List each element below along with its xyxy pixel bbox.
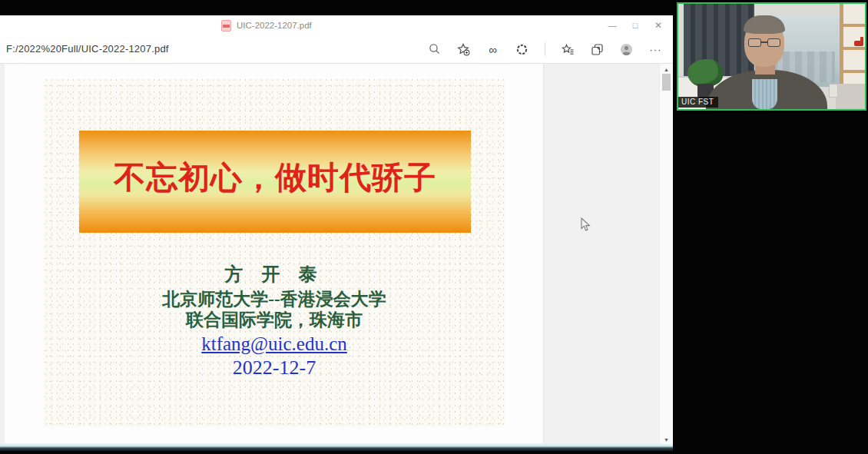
- speaker-hair: [744, 15, 785, 34]
- date-text: 2022-12-7: [44, 356, 505, 379]
- scrollbar-thumb[interactable]: [662, 74, 671, 91]
- tab-title: UIC-2022-1207.pdf: [237, 21, 312, 30]
- browser-toolbar: ∞ ···: [428, 35, 662, 63]
- red-toy-horse-head: [860, 37, 863, 42]
- speaker-glasses: [747, 38, 781, 47]
- speaker-shirt: [752, 79, 777, 109]
- screen: UIC-2022-1207.pdf — □ ✕ F:/2022%20Full/U…: [0, 0, 868, 454]
- slide-title: 不忘初心，做时代骄子: [114, 157, 436, 199]
- slide-title-banner: 不忘初心，做时代骄子: [79, 131, 471, 233]
- extension-infinity-icon[interactable]: ∞: [486, 43, 499, 56]
- shelf-bar: [843, 47, 866, 50]
- scroll-down-icon[interactable]: ▼: [660, 437, 673, 442]
- pdf-viewer: 不忘初心，做时代骄子 方 开 泰 北京师范大学--香港浸会大学 联合国际学院，珠…: [0, 64, 673, 446]
- pdf-file-icon: [221, 20, 231, 31]
- settings-more-icon[interactable]: ···: [649, 43, 662, 56]
- email-link[interactable]: ktfang@uic.edu.cn: [201, 333, 347, 354]
- minimize-button[interactable]: —: [601, 15, 624, 35]
- glasses-bridge: [761, 41, 767, 43]
- affiliation-line-2: 联合国际学院，珠海市: [44, 310, 505, 330]
- email-line: ktfang@uic.edu.cn: [44, 333, 505, 355]
- webcam-bookshelf: [840, 4, 865, 84]
- webcam-floor: [836, 84, 865, 109]
- close-button[interactable]: ✕: [647, 15, 670, 35]
- screen-share-border: [0, 444, 673, 451]
- shelf-bar: [843, 70, 866, 73]
- slide-author-block: 方 开 泰 北京师范大学--香港浸会大学 联合国际学院，珠海市 ktfang@u…: [44, 262, 505, 379]
- affiliation-line-1: 北京师范大学--香港浸会大学: [44, 289, 505, 310]
- author-name: 方 开 泰: [44, 262, 505, 287]
- collections-icon[interactable]: [591, 43, 604, 56]
- shelf-bar: [843, 24, 866, 27]
- address-bar: F:/2022%20Full/UIC-2022-1207.pdf ∞: [0, 35, 673, 64]
- glasses-lens: [748, 38, 761, 47]
- pdf-page: 不忘初心，做时代骄子 方 开 泰 北京师范大学--香港浸会大学 联合国际学院，珠…: [5, 64, 544, 443]
- add-favorite-star-icon[interactable]: [457, 43, 470, 56]
- webcam-wall-panel: [829, 84, 838, 98]
- tab-pdf[interactable]: UIC-2022-1207.pdf: [221, 17, 312, 34]
- maximize-button[interactable]: □: [624, 15, 647, 35]
- glasses-lens: [767, 38, 780, 47]
- scroll-up-icon[interactable]: ▲: [660, 67, 673, 72]
- address-input[interactable]: F:/2022%20Full/UIC-2022-1207.pdf: [6, 35, 169, 63]
- participant-name-badge: UIC FST: [678, 97, 718, 108]
- webcam-plant: [687, 59, 723, 87]
- favorites-hub-icon[interactable]: [562, 43, 575, 56]
- extension-splat-icon[interactable]: [515, 43, 528, 56]
- window-controls: — □ ✕: [601, 15, 670, 35]
- zoom-search-icon[interactable]: [428, 43, 441, 56]
- profile-icon[interactable]: [620, 43, 633, 56]
- pdf-scrollbar[interactable]: ▲ ▼: [659, 64, 673, 446]
- presentation-slide: 不忘初心，做时代骄子 方 开 泰 北京师范大学--香港浸会大学 联合国际学院，珠…: [44, 79, 505, 427]
- mouse-cursor: [581, 217, 591, 235]
- toolbar-divider: [545, 42, 545, 56]
- tab-strip: UIC-2022-1207.pdf — □ ✕: [0, 15, 673, 35]
- webcam-video[interactable]: UIC FST: [677, 2, 866, 111]
- browser-window: UIC-2022-1207.pdf — □ ✕ F:/2022%20Full/U…: [0, 15, 673, 446]
